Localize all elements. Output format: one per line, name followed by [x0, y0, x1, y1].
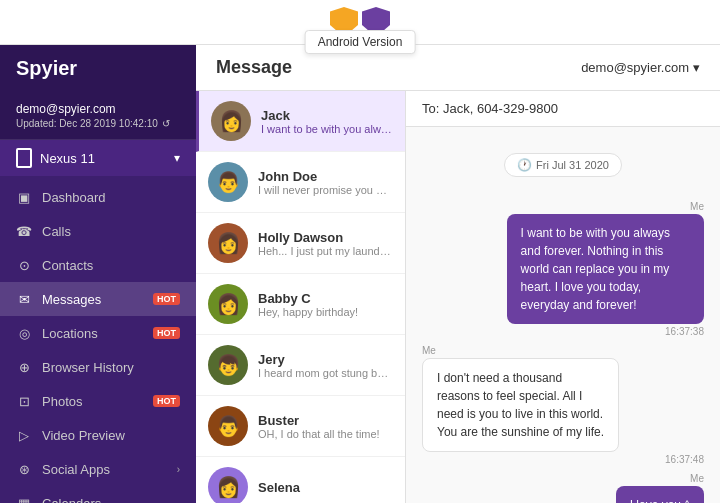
contact-item-jery[interactable]: 👦JeryI heard mom got stung by a...: [196, 335, 405, 396]
content-area: Message demo@spyier.com ▾ 👩JackI want to…: [196, 45, 720, 503]
nav-items: ▣Dashboard☎Calls⊙Contacts✉MessagesHOT◎Lo…: [0, 176, 196, 503]
message-group-msg1: MeI want to be with you always and forev…: [422, 201, 704, 337]
calendars-icon: ▦: [16, 495, 32, 503]
messages-icon: ✉: [16, 291, 32, 307]
sidebar-item-browser-history[interactable]: ⊕Browser History: [0, 350, 196, 384]
avatar-holly: 👩: [208, 223, 248, 263]
calls-icon: ☎: [16, 223, 32, 239]
contact-item-jack[interactable]: 👩JackI want to be with you alway...: [196, 91, 405, 152]
photos-icon: ⊡: [16, 393, 32, 409]
badge-hot-photos: HOT: [153, 395, 180, 407]
badge-hot-messages: HOT: [153, 293, 180, 305]
arrow-right-icon: ›: [177, 464, 180, 475]
contact-name-babby: Babby C: [258, 291, 393, 306]
contact-info-jery: JeryI heard mom got stung by a...: [258, 352, 393, 379]
contact-preview-buster: OH, I do that all the time!: [258, 428, 393, 440]
app-logo: Spyier: [16, 57, 180, 80]
message-time-msg2: 16:37:48: [665, 454, 704, 465]
sidebar-item-label-contacts: Contacts: [42, 258, 180, 273]
contact-preview-jack: I want to be with you alway...: [261, 123, 393, 135]
sidebar-item-calendars[interactable]: ▦Calendars: [0, 486, 196, 503]
sidebar-item-label-calls: Calls: [42, 224, 180, 239]
clock-icon: 🕐: [517, 158, 532, 172]
user-menu[interactable]: demo@spyier.com ▾: [581, 60, 700, 75]
social-apps-icon: ⊛: [16, 461, 32, 477]
sidebar-header: Spyier: [0, 45, 196, 92]
locations-icon: ◎: [16, 325, 32, 341]
message-time-msg1: 16:37:38: [665, 326, 704, 337]
android-version-button[interactable]: Android Version: [305, 30, 416, 54]
chat-messages: 🕐 Fri Jul 31 2020MeI want to be with you…: [406, 127, 720, 503]
sidebar-item-label-dashboard: Dashboard: [42, 190, 180, 205]
user-menu-email: demo@spyier.com: [581, 60, 689, 75]
user-updated: Updated: Dec 28 2019 10:42:10 ↺: [16, 118, 180, 129]
contact-item-holly[interactable]: 👩Holly DawsonHeh... I just put my laundr…: [196, 213, 405, 274]
message-group-msg2: MeI don't need a thousand reasons to fee…: [422, 345, 704, 465]
video-preview-icon: ▷: [16, 427, 32, 443]
contact-item-selena[interactable]: 👩Selena: [196, 457, 405, 503]
contact-info-john: John DoeI will never promise you eve...: [258, 169, 393, 196]
avatar-john: 👨: [208, 162, 248, 202]
message-label-msg2: Me: [422, 345, 436, 356]
page-title: Message: [216, 57, 292, 78]
badge-hot-locations: HOT: [153, 327, 180, 339]
avatar-buster: 👨: [208, 406, 248, 446]
sidebar-item-locations[interactable]: ◎LocationsHOT: [0, 316, 196, 350]
top-bar: Android Version: [0, 0, 720, 45]
sidebar: Spyier demo@spyier.com Updated: Dec 28 2…: [0, 45, 196, 503]
user-email: demo@spyier.com: [16, 102, 180, 116]
contact-info-selena: Selena: [258, 480, 393, 495]
sidebar-item-video-preview[interactable]: ▷Video Preview: [0, 418, 196, 452]
sidebar-user: demo@spyier.com Updated: Dec 28 2019 10:…: [0, 92, 196, 140]
avatar-babby: 👩: [208, 284, 248, 324]
browser-history-icon: ⊕: [16, 359, 32, 375]
contact-name-holly: Holly Dawson: [258, 230, 393, 245]
contact-name-jery: Jery: [258, 352, 393, 367]
chat-date-badge: 🕐 Fri Jul 31 2020: [504, 153, 622, 177]
message-group-msg3: MeI love you.^16:37:59: [422, 473, 704, 503]
date-separator: 🕐 Fri Jul 31 2020: [422, 145, 704, 185]
chat-header: To: Jack, 604-329-9800: [406, 91, 720, 127]
contact-info-holly: Holly DawsonHeh... I just put my laundry…: [258, 230, 393, 257]
message-label-msg3: Me: [690, 473, 704, 484]
contact-list: 👩JackI want to be with you alway...👨John…: [196, 91, 406, 503]
avatar-jack: 👩: [211, 101, 251, 141]
refresh-icon[interactable]: ↺: [162, 118, 170, 129]
message-bubble-msg3: I love you.^: [616, 486, 704, 503]
sidebar-item-calls[interactable]: ☎Calls: [0, 214, 196, 248]
chat-area: To: Jack, 604-329-9800 🕐 Fri Jul 31 2020…: [406, 91, 720, 503]
sidebar-item-label-photos: Photos: [42, 394, 139, 409]
sidebar-item-dashboard[interactable]: ▣Dashboard: [0, 180, 196, 214]
user-menu-chevron: ▾: [693, 60, 700, 75]
sidebar-item-label-messages: Messages: [42, 292, 139, 307]
sidebar-item-contacts[interactable]: ⊙Contacts: [0, 248, 196, 282]
contact-name-jack: Jack: [261, 108, 393, 123]
contact-info-buster: BusterOH, I do that all the time!: [258, 413, 393, 440]
contact-item-babby[interactable]: 👩Babby CHey, happy birthday!: [196, 274, 405, 335]
sidebar-item-label-video-preview: Video Preview: [42, 428, 180, 443]
device-icon: [16, 148, 32, 168]
contact-name-selena: Selena: [258, 480, 393, 495]
avatar-jery: 👦: [208, 345, 248, 385]
contacts-icon: ⊙: [16, 257, 32, 273]
sidebar-item-photos[interactable]: ⊡PhotosHOT: [0, 384, 196, 418]
chevron-down-icon: ▾: [174, 151, 180, 165]
messages-layout: 👩JackI want to be with you alway...👨John…: [196, 91, 720, 503]
contact-name-buster: Buster: [258, 413, 393, 428]
sidebar-item-social-apps[interactable]: ⊛Social Apps›: [0, 452, 196, 486]
contact-preview-john: I will never promise you eve...: [258, 184, 393, 196]
device-selector[interactable]: Nexus 11 ▾: [0, 140, 196, 176]
sidebar-item-label-browser-history: Browser History: [42, 360, 180, 375]
sidebar-item-messages[interactable]: ✉MessagesHOT: [0, 282, 196, 316]
main-layout: Spyier demo@spyier.com Updated: Dec 28 2…: [0, 45, 720, 503]
sidebar-item-label-locations: Locations: [42, 326, 139, 341]
contact-info-babby: Babby CHey, happy birthday!: [258, 291, 393, 318]
contact-item-john[interactable]: 👨John DoeI will never promise you eve...: [196, 152, 405, 213]
device-name: Nexus 11: [40, 151, 95, 166]
contact-item-buster[interactable]: 👨BusterOH, I do that all the time!: [196, 396, 405, 457]
dashboard-icon: ▣: [16, 189, 32, 205]
avatar-selena: 👩: [208, 467, 248, 503]
message-bubble-msg1: I want to be with you always and forever…: [507, 214, 704, 324]
contact-name-john: John Doe: [258, 169, 393, 184]
contact-preview-babby: Hey, happy birthday!: [258, 306, 393, 318]
